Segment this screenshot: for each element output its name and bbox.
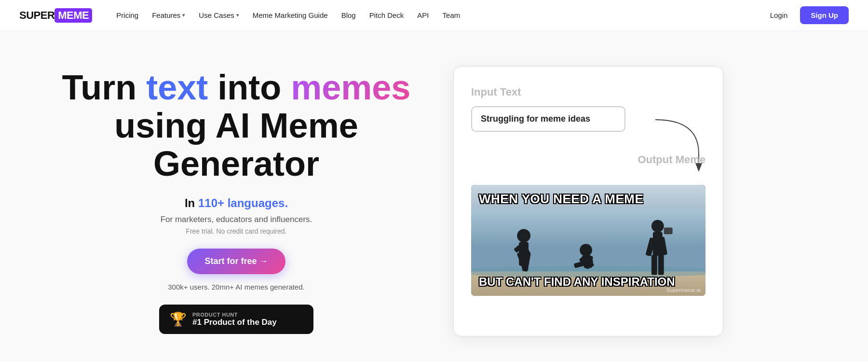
nav-links: Pricing Features ▾ Use Cases ▾ Meme Mark… xyxy=(111,8,763,22)
nav-meme-marketing[interactable]: Meme Marketing Guide xyxy=(248,8,333,22)
svg-point-4 xyxy=(517,229,530,242)
demo-section: Input Text Struggling for meme ideas Out… xyxy=(453,66,723,336)
product-hunt-badge[interactable]: 🏆 PRODUCT HUNT #1 Product of the Day xyxy=(159,305,313,334)
meme-image: WHEN YOU NEED A MEME xyxy=(471,185,705,296)
hero-title-text: text xyxy=(146,68,208,107)
signup-button[interactable]: Sign Up xyxy=(800,6,849,24)
nav-use-cases[interactable]: Use Cases ▾ xyxy=(194,8,244,22)
demo-card: Input Text Struggling for meme ideas Out… xyxy=(453,66,723,336)
product-hunt-text: PRODUCT HUNT #1 Product of the Day xyxy=(192,312,277,327)
svg-point-15 xyxy=(651,220,664,233)
logo[interactable]: SUPERMEME xyxy=(19,8,92,23)
output-label: Output Meme xyxy=(637,153,705,166)
meme-image-area: WHEN YOU NEED A MEME xyxy=(471,185,705,296)
hero-title-part2: into xyxy=(208,68,291,107)
input-display: Struggling for meme ideas xyxy=(471,106,625,132)
chevron-down-icon: ▾ xyxy=(236,12,239,18)
nav-features[interactable]: Features ▾ xyxy=(147,8,190,22)
subtitle-desc: For marketers, educators and influencers… xyxy=(39,215,434,224)
hero-section: Turn text into memes using AI Meme Gener… xyxy=(39,69,434,334)
svg-point-10 xyxy=(580,244,592,256)
languages-highlight: 110+ languages. xyxy=(198,196,288,209)
nav-blog[interactable]: Blog xyxy=(337,8,361,22)
hero-title-part1: Turn xyxy=(62,68,147,107)
product-hunt-icon: 🏆 xyxy=(170,311,187,327)
nav-pricing[interactable]: Pricing xyxy=(111,8,143,22)
input-label: Input Text xyxy=(471,86,705,98)
svg-rect-21 xyxy=(664,227,673,234)
hero-title-part3: using AI Meme Generator xyxy=(114,106,358,183)
svg-rect-20 xyxy=(658,255,664,275)
meme-top-text: WHEN YOU NEED A MEME xyxy=(479,192,698,207)
nav-team[interactable]: Team xyxy=(438,8,465,22)
logo-meme: MEME xyxy=(54,8,92,23)
nav-auth: Login Sign Up xyxy=(763,6,849,24)
arrow-graphic xyxy=(641,115,708,178)
hero-title-memes: memes xyxy=(291,68,410,107)
chevron-down-icon: ▾ xyxy=(182,12,185,18)
hero-title: Turn text into memes using AI Meme Gener… xyxy=(39,69,434,183)
logo-super: SUPER xyxy=(19,9,54,22)
ph-title: #1 Product of the Day xyxy=(192,318,277,327)
meme-bottom-text: BUT CAN'T FIND ANY INSPIRATION xyxy=(479,275,698,289)
login-button[interactable]: Login xyxy=(763,8,795,22)
subtitle-trial: Free trial. No credit card required. xyxy=(39,227,434,235)
start-free-button[interactable]: Start for free → xyxy=(187,249,285,274)
subtitle-languages: In 110+ languages. xyxy=(39,196,434,210)
main-content: Turn text into memes using AI Meme Gener… xyxy=(0,31,868,362)
svg-rect-19 xyxy=(651,255,657,275)
navbar: SUPERMEME Pricing Features ▾ Use Cases ▾… xyxy=(0,0,868,31)
user-count: 300k+ users. 20mn+ AI memes generated. xyxy=(39,283,434,291)
nav-api[interactable]: API xyxy=(412,8,434,22)
cta-area: Start for free → xyxy=(39,249,434,274)
ph-label: PRODUCT HUNT xyxy=(192,312,277,318)
nav-pitch-deck[interactable]: Pitch Deck xyxy=(365,8,409,22)
